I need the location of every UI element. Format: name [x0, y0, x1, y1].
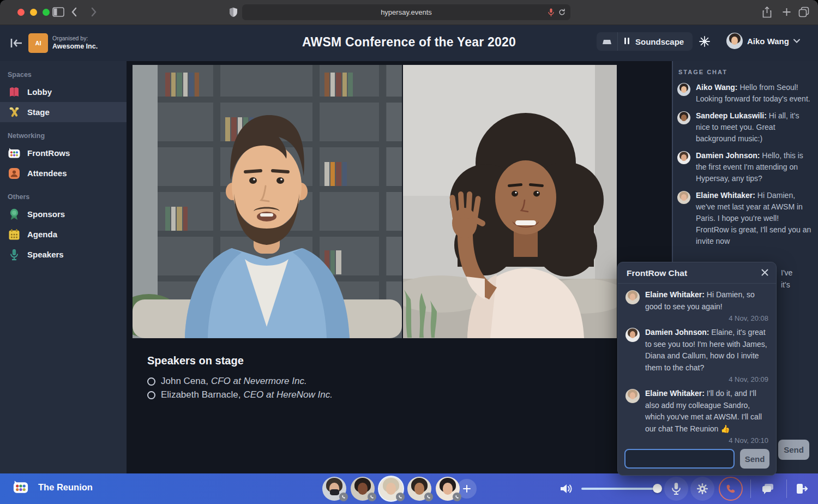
speaker-name: John Cena, [161, 376, 208, 387]
zoom-window-button[interactable] [43, 9, 50, 16]
browser-sidebar-toggle-icon[interactable] [52, 7, 64, 17]
hang-up-button[interactable] [719, 477, 743, 501]
message-timestamp: 4 Nov, 20:08 [625, 314, 768, 322]
backstage-icon [602, 38, 612, 45]
stage-chat-send-button[interactable]: Send [778, 440, 809, 460]
sidebar-item-label: Attendees [27, 169, 67, 178]
sidebar-item-label: Lobby [27, 87, 52, 97]
chat-message: Damien Johnson: Hello, this is the first… [677, 150, 813, 184]
avatar [677, 83, 690, 96]
sidebar-item-label: Stage [27, 107, 50, 117]
frontrows-icon [8, 147, 21, 160]
settings-button[interactable] [690, 477, 714, 501]
close-popup-button[interactable] [761, 269, 768, 278]
plus-icon [462, 484, 471, 493]
sidebar-item-stage[interactable]: Stage [0, 102, 127, 122]
frontrow-participant-speaking[interactable] [379, 477, 403, 501]
leave-room-button[interactable] [790, 477, 814, 501]
avatar [625, 290, 640, 304]
tab-audio-mic-icon[interactable] [548, 8, 554, 17]
divider [786, 479, 787, 498]
exit-icon [795, 483, 808, 495]
chevron-down-icon [793, 39, 800, 43]
sidebar-item-lobby[interactable]: Lobby [0, 82, 127, 102]
sidebar-item-agenda[interactable]: Agenda [0, 224, 127, 244]
app-window: hypersay.events AI Organised by: Awesome… [0, 0, 818, 504]
phone-badge-icon [368, 493, 376, 501]
share-icon[interactable] [762, 7, 772, 18]
obscured-message-fragment: I've [781, 268, 792, 277]
phone-badge-icon [339, 493, 348, 501]
frontrow-participant[interactable] [322, 477, 346, 501]
event-header: AI Organised by: Awesome Inc. AWSM Confe… [0, 25, 818, 61]
sidebar-item-label: Speakers [27, 250, 64, 259]
browser-chrome: hypersay.events [0, 0, 818, 25]
divider [750, 479, 751, 498]
sidebar-item-sponsors[interactable]: Sponsors [0, 204, 127, 224]
privacy-shield-icon[interactable] [229, 7, 238, 17]
microphone-button[interactable] [664, 477, 688, 501]
user-name: Aiko Wang [747, 37, 789, 46]
phone-badge-icon [396, 493, 405, 501]
stage-area: Speakers on stage John Cena, CFO at Neve… [127, 61, 672, 473]
url-text: hypersay.events [381, 8, 432, 16]
chat-message: Aiko Wang: Hello from Seoul! Looking for… [677, 82, 813, 105]
user-avatar [726, 33, 743, 49]
chat-message: Sandeep Lukaswili: Hi all, it's nice to … [677, 110, 813, 145]
message-timestamp: 4 Nov, 20:10 [625, 436, 768, 445]
sidebar-item-label: FrontRows [27, 148, 70, 158]
soundscape-pause-button[interactable]: Soundscape [618, 37, 693, 46]
browser-forward-icon[interactable] [91, 7, 97, 17]
soundscape-label: Soundscape [635, 37, 684, 46]
close-icon [761, 269, 768, 276]
frontrow-participant[interactable] [351, 477, 375, 501]
chat-author: Damien Johnson: [696, 151, 760, 160]
avatar [677, 191, 690, 204]
sponsors-icon [8, 208, 21, 221]
sidebar-item-attendees[interactable]: Attendees [0, 163, 127, 183]
avatar [677, 151, 690, 164]
reload-icon[interactable] [558, 8, 566, 16]
chat-author: Elaine Whitaker: [645, 389, 705, 398]
sidebar-item-speakers[interactable]: Speakers [0, 244, 127, 265]
tab-overview-icon[interactable] [798, 7, 809, 17]
speakers-on-stage-heading: Speakers on stage [147, 355, 244, 367]
browser-back-icon[interactable] [71, 7, 77, 17]
frontrow-participant[interactable] [407, 477, 431, 501]
chat-message: Damien Johnson: Elaine, it's great to se… [625, 327, 768, 374]
chat-author: Damien Johnson: [645, 328, 709, 337]
frontrow-chat-input[interactable] [624, 449, 735, 469]
sidebar: Spaces Lobby Stage Networking FrontRows … [0, 61, 127, 473]
frontrow-chat-popup: FrontRow Chat Elaine Whitaker: Hi Damien… [617, 262, 777, 476]
url-bar[interactable]: hypersay.events [242, 4, 570, 20]
frontrow-participant[interactable] [436, 477, 460, 501]
volume-icon[interactable] [560, 482, 574, 495]
volume-knob[interactable] [653, 484, 662, 493]
microphone-icon [671, 482, 682, 495]
phone-icon [725, 483, 737, 495]
speaker-bullet-icon [147, 377, 155, 386]
volume-slider[interactable] [581, 488, 661, 490]
frontrow-chat-send-button[interactable]: Send [740, 449, 769, 469]
chat-author: Sandeep Lukaswili: [696, 111, 767, 120]
close-window-button[interactable] [17, 9, 25, 16]
chat-button[interactable] [756, 477, 780, 501]
minimize-window-button[interactable] [30, 9, 37, 16]
frontrow-chat-input-row: Send [618, 449, 776, 476]
chat-author: Elaine Whitaker: [645, 290, 705, 299]
sidebar-item-frontrows[interactable]: FrontRows [0, 143, 127, 163]
speaker-role: CFO at Nevermore Inc. [211, 376, 307, 387]
backstage-button[interactable] [597, 32, 618, 51]
user-menu[interactable]: Aiko Wang [726, 33, 800, 49]
lobby-icon [8, 86, 21, 99]
chat-author: Aiko Wang: [696, 83, 737, 92]
frontrows-icon [11, 479, 31, 495]
phone-badge-icon [453, 493, 461, 501]
frontrow-bottom-bar: The Reunion [0, 473, 818, 504]
theme-sparkle-icon[interactable] [699, 36, 710, 47]
speakers-icon [8, 248, 21, 261]
frontrow-room[interactable]: The Reunion [11, 479, 93, 495]
new-tab-icon[interactable] [782, 7, 791, 17]
gear-icon [696, 483, 708, 495]
stage-icon [8, 106, 21, 119]
